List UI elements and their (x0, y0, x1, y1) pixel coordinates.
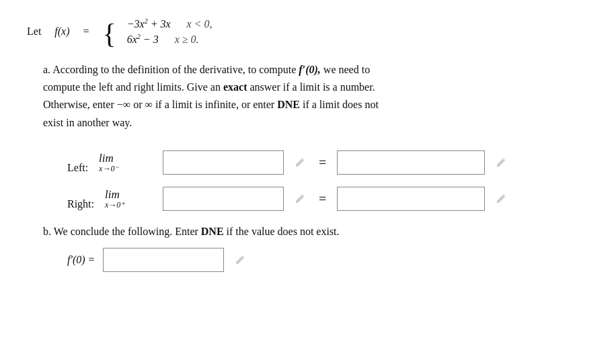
left-pencil-btn-2[interactable] (493, 156, 509, 169)
right-lim-word: lim (105, 188, 120, 201)
fprime-ref: f′(0), (299, 64, 320, 75)
left-equals: = (319, 155, 326, 171)
case-row-1: −3x2 + 3x x < 0, (124, 16, 213, 32)
right-equals: = (319, 191, 326, 207)
part-a-text7: if a limit does not (303, 99, 379, 110)
left-lim-sub: x→0⁻ (99, 164, 118, 174)
function-definition: Let f(x) = { −3x2 + 3x x < 0, 6x2 − 3 x … (27, 16, 587, 48)
brace-symbol: { (103, 22, 116, 46)
part-a-text2: we need to (323, 64, 370, 75)
right-result-box[interactable] (337, 187, 485, 211)
neg-inf: −∞ (117, 99, 130, 110)
left-limit-label: Left: lim x→0⁻ (67, 152, 155, 174)
dne-b: DNE (201, 226, 224, 237)
case-1-cond: x < 0, (187, 18, 213, 30)
right-input-box[interactable] (163, 187, 284, 211)
fprime-section: f′(0) = (67, 248, 587, 272)
part-a-label: a. (43, 64, 50, 75)
part-a-text1: According to the definition of the deriv… (52, 64, 296, 75)
part-a-text3: compute the left and right limits. Give … (43, 81, 221, 93)
part-a-section: a. According to the definition of the de… (27, 61, 587, 132)
right-lim-stack: lim x→0⁺ (105, 188, 124, 210)
case-row-2: 6x2 − 3 x ≥ 0. (124, 32, 213, 47)
or1: or (133, 99, 142, 110)
fprime-input-box[interactable] (103, 248, 224, 272)
right-label-text: Right: (67, 198, 94, 210)
right-pencil-btn-2[interactable] (493, 192, 509, 206)
dne1: DNE (277, 99, 300, 110)
left-limit-result-input[interactable] (342, 157, 480, 169)
limits-section: Left: lim x→0⁻ = Righ (67, 150, 587, 211)
pencil-icon-left-1 (295, 157, 305, 168)
left-limit-row: Left: lim x→0⁻ = (67, 150, 587, 175)
equals-def: = (83, 26, 89, 38)
pencil-icon-fprime (235, 255, 245, 265)
case-2-cond: x ≥ 0. (175, 34, 199, 46)
piecewise-cases: −3x2 + 3x x < 0, 6x2 − 3 x ≥ 0. (124, 16, 213, 48)
right-limit-row: Right: lim x→0⁺ = (67, 187, 587, 211)
left-lim-word: lim (99, 152, 114, 165)
exact-word: exact (223, 81, 247, 93)
right-limit-label: Right: lim x→0⁺ (67, 188, 155, 210)
right-lim-sub: x→0⁺ (105, 200, 124, 210)
part-a-text8: exist in another way. (43, 117, 132, 128)
part-b-label: b. (43, 226, 51, 237)
part-b-text1: We conclude the following. Enter (54, 226, 198, 237)
right-pencil-btn-1[interactable] (292, 192, 308, 206)
pencil-icon-right-1 (295, 193, 305, 204)
fprime-label: f′(0) = (67, 254, 95, 266)
fprime-pencil-btn[interactable] (232, 253, 248, 267)
part-a-text5: Otherwise, enter (43, 99, 114, 110)
left-result-box[interactable] (337, 150, 485, 175)
left-input-box[interactable] (163, 150, 284, 175)
part-a-text4: answer if a limit is a number. (250, 81, 375, 93)
left-lim-stack: lim x→0⁻ (99, 152, 118, 174)
right-limit-result-input[interactable] (342, 193, 480, 205)
inf: ∞ (145, 99, 153, 110)
fx-label: f(x) (54, 26, 69, 38)
part-b-section: b. We conclude the following. Enter DNE … (27, 223, 587, 240)
case-1-expr: −3x2 + 3x (127, 17, 171, 30)
pencil-icon-left-2 (496, 157, 506, 168)
fprime-input[interactable] (108, 254, 219, 265)
case-2-expr: 6x2 − 3 (127, 33, 159, 46)
pencil-icon-right-2 (496, 193, 506, 204)
left-pencil-btn-1[interactable] (292, 156, 308, 169)
left-limit-input[interactable] (167, 157, 279, 169)
left-label-text: Left: (67, 162, 88, 174)
part-b-text2: if the value does not exist. (227, 226, 340, 237)
part-a-text6: if a limit is infinite, or enter (155, 99, 274, 110)
let-label: Let (27, 26, 41, 38)
right-limit-input[interactable] (167, 193, 279, 205)
